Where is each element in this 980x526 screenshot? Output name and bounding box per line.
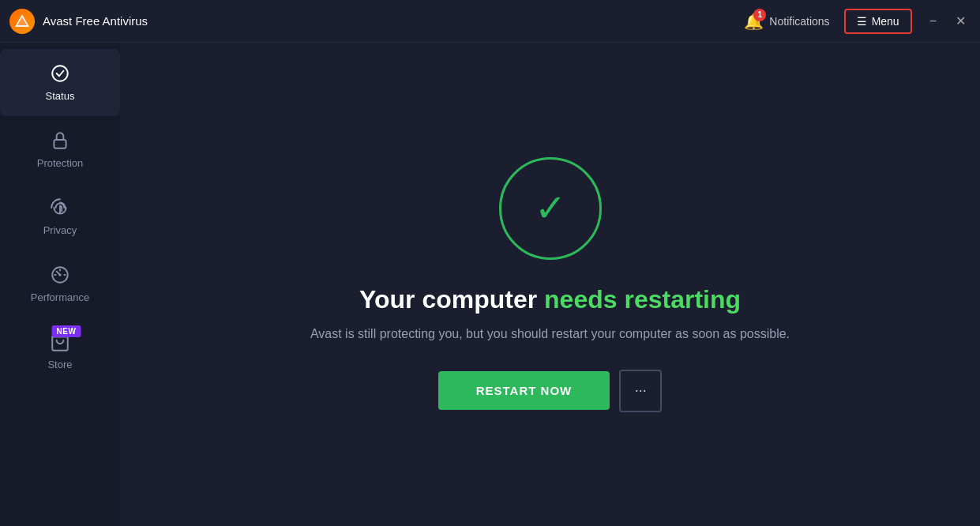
- heading-normal-text: Your computer: [359, 285, 544, 314]
- close-button[interactable]: ✕: [951, 10, 971, 32]
- sub-text: Avast is still protecting you, but you s…: [310, 327, 790, 341]
- menu-button[interactable]: ☰ Menu: [844, 9, 912, 34]
- app-title: Avast Free Antivirus: [43, 14, 148, 28]
- titlebar-left: Avast Free Antivirus: [9, 9, 148, 34]
- sidebar-item-store[interactable]: NEW Store: [0, 317, 120, 385]
- sidebar-item-status[interactable]: Status: [0, 49, 120, 116]
- titlebar-right: 🔔 1 Notifications ☰ Menu − ✕: [736, 7, 971, 36]
- status-circle: ✓: [499, 157, 602, 260]
- main-content: ✓ Your computer needs restarting Avast i…: [120, 43, 980, 526]
- minimize-button[interactable]: −: [925, 11, 941, 32]
- sidebar-item-privacy[interactable]: Privacy: [0, 183, 120, 250]
- fingerprint-icon: [50, 197, 70, 218]
- notifications-button[interactable]: 🔔 1 Notifications: [736, 7, 837, 36]
- speedometer-icon: [50, 265, 70, 285]
- sidebar-item-status-label: Status: [46, 90, 75, 102]
- more-options-button[interactable]: ···: [619, 370, 662, 412]
- heading-green-text: needs restarting: [544, 285, 741, 314]
- avast-logo: [9, 9, 35, 34]
- sidebar-item-privacy-label: Privacy: [43, 224, 77, 236]
- svg-rect-1: [54, 140, 66, 148]
- sidebar-item-performance[interactable]: Performance: [0, 250, 120, 317]
- check-circle-icon: [50, 63, 70, 84]
- sidebar-item-store-label: Store: [47, 359, 72, 370]
- window-controls: − ✕: [925, 10, 971, 32]
- svg-point-3: [58, 273, 61, 276]
- main-heading: Your computer needs restarting: [359, 285, 741, 314]
- menu-label: Menu: [872, 15, 899, 28]
- notification-badge: 1: [753, 9, 766, 21]
- sidebar-item-protection-label: Protection: [37, 157, 84, 169]
- sidebar: Status Protection Privacy: [0, 43, 120, 526]
- titlebar: Avast Free Antivirus 🔔 1 Notifications ☰…: [0, 0, 980, 43]
- action-row: RESTART NOW ···: [438, 370, 663, 412]
- svg-point-0: [52, 66, 68, 81]
- bell-icon-wrapper: 🔔 1: [744, 12, 763, 31]
- restart-now-button[interactable]: RESTART NOW: [438, 371, 610, 410]
- sidebar-item-protection[interactable]: Protection: [0, 116, 120, 183]
- notifications-label: Notifications: [769, 15, 829, 28]
- new-badge: NEW: [52, 325, 81, 337]
- hamburger-icon: ☰: [857, 16, 867, 27]
- main-layout: Status Protection Privacy: [0, 43, 980, 526]
- checkmark-icon: ✓: [535, 190, 566, 227]
- sidebar-item-performance-label: Performance: [31, 291, 89, 303]
- lock-icon: [50, 130, 70, 151]
